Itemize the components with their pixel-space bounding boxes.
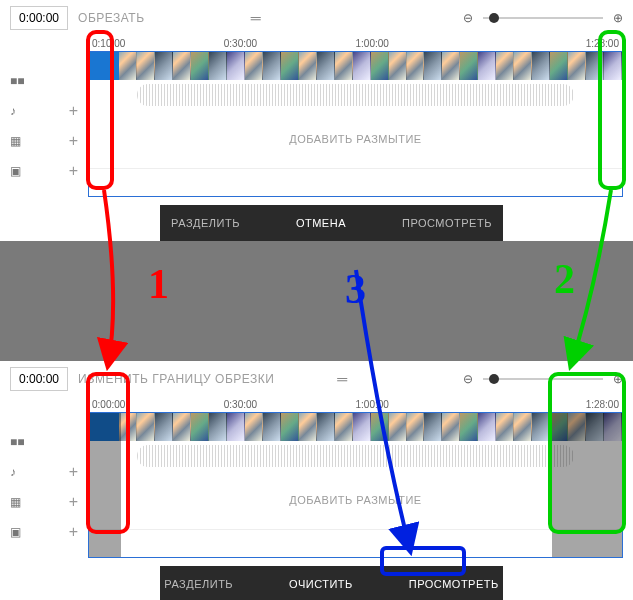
preview-button[interactable]: ПРОСМОТРЕТЬ <box>394 213 500 233</box>
track-sidebar: ■■ ♪+ ▦+ ▣+ <box>0 397 88 558</box>
tutorial-gap <box>0 241 633 361</box>
time-display: 0:00:00 <box>10 6 68 30</box>
overlay-track-icon: ▣ <box>10 164 21 178</box>
video-track-icon: ■■ <box>10 435 25 449</box>
drag-handle-icon[interactable]: ═ <box>251 10 261 26</box>
add-overlay-icon[interactable]: + <box>69 523 78 541</box>
overlay-track[interactable] <box>89 168 622 196</box>
blur-track-icon: ▦ <box>10 495 21 509</box>
audio-track-icon: ♪ <box>10 104 16 118</box>
time-ruler: 0:10:000:30:001:00:001:28:00 <box>88 36 623 51</box>
annot-num-3: 3 <box>345 265 366 313</box>
zoom-out-icon[interactable]: ⊖ <box>463 372 473 386</box>
split-button[interactable]: РАЗДЕЛИТЬ <box>163 213 248 233</box>
audio-track[interactable] <box>89 80 622 110</box>
timeline[interactable]: 0:10:000:30:001:00:001:28:00 ДОБАВИТЬ РА… <box>88 36 633 197</box>
annot-circle-1-top <box>86 30 114 190</box>
video-track-icon: ■■ <box>10 74 25 88</box>
overlay-track-icon: ▣ <box>10 525 21 539</box>
clear-button[interactable]: ОЧИСТИТЬ <box>281 574 361 594</box>
add-blur-icon[interactable]: + <box>69 132 78 150</box>
annot-circle-2-bot <box>548 372 626 534</box>
add-overlay-icon[interactable]: + <box>69 162 78 180</box>
annot-circle-2-top <box>598 30 626 190</box>
add-blur-icon[interactable]: + <box>69 493 78 511</box>
annot-num-1: 1 <box>148 260 169 308</box>
blur-track-icon: ▦ <box>10 134 21 148</box>
annot-circle-3 <box>380 546 466 576</box>
time-display: 0:00:00 <box>10 367 68 391</box>
video-track[interactable] <box>89 52 622 80</box>
action-bar: РАЗДЕЛИТЬ ОТМЕНА ПРОСМОТРЕТЬ <box>160 205 503 241</box>
add-audio-icon[interactable]: + <box>69 102 78 120</box>
audio-track-icon: ♪ <box>10 465 16 479</box>
annot-num-2: 2 <box>554 255 575 303</box>
zoom-out-icon[interactable]: ⊖ <box>463 11 473 25</box>
time-ruler: 0:00:000:30:001:00:001:28:00 <box>88 397 623 412</box>
annot-circle-1-bot <box>86 372 130 534</box>
track-sidebar: ■■ ♪+ ▦+ ▣+ <box>0 36 88 197</box>
audio-track[interactable] <box>89 441 622 471</box>
zoom-in-icon[interactable]: ⊕ <box>613 11 623 25</box>
panel-title: ОБРЕЗАТЬ <box>78 11 144 25</box>
add-audio-icon[interactable]: + <box>69 463 78 481</box>
preview-button[interactable]: ПРОСМОТРЕТЬ <box>401 574 507 594</box>
overlay-track[interactable] <box>89 529 622 557</box>
cancel-button[interactable]: ОТМЕНА <box>288 213 354 233</box>
zoom-slider[interactable] <box>483 17 603 19</box>
drag-handle-icon[interactable]: ═ <box>337 371 347 387</box>
blur-track[interactable]: ДОБАВИТЬ РАЗМЫТИЕ <box>89 471 622 529</box>
blur-track[interactable]: ДОБАВИТЬ РАЗМЫТИЕ <box>89 110 622 168</box>
split-button[interactable]: РАЗДЕЛИТЬ <box>156 574 241 594</box>
video-track[interactable] <box>89 413 622 441</box>
